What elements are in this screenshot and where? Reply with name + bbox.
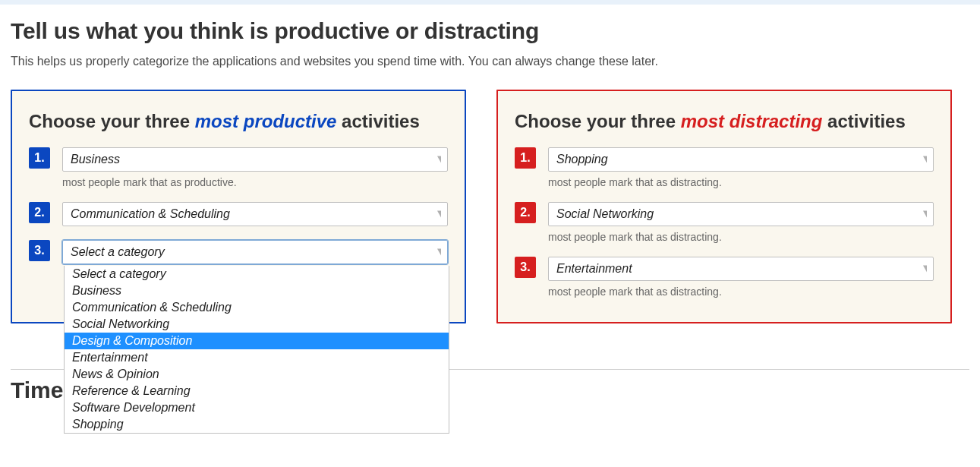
productive-heading-em: most productive [195,111,337,131]
productive-row-2: 2. Communication & Scheduling [29,202,448,226]
dropdown-option[interactable]: Software Development [65,399,449,416]
productive-heading-prefix: Choose your three [29,111,195,131]
panels-container: Choose your three most productive activi… [11,90,969,323]
distracting-select-1[interactable]: Shopping [548,147,934,172]
productive-select-3-value: Select a category [71,245,165,259]
dropdown-option[interactable]: Select a category [65,266,449,282]
page-subtitle: This helps us properly categorize the ap… [11,55,969,68]
distracting-hint-2: most people mark that as distracting. [548,231,934,243]
dropdown-option[interactable]: Design & Composition [65,333,449,349]
distracting-num-1: 1. [515,147,536,169]
distracting-panel: Choose your three most distracting activ… [496,90,952,323]
distracting-select-2-value: Social Networking [556,207,654,221]
productive-heading: Choose your three most productive activi… [29,111,448,132]
distracting-select-2[interactable]: Social Networking [548,202,934,226]
chevron-down-icon [923,266,927,273]
productive-heading-suffix: activities [336,111,419,131]
distracting-row-3: 3. Entertainment most people mark that a… [515,257,934,298]
productive-hint-1: most people mark that as productive. [62,176,448,188]
dropdown-option[interactable]: News & Opinion [65,366,449,383]
category-dropdown[interactable]: Select a categoryBusinessCommunication &… [64,266,449,434]
page-title: Tell us what you think is productive or … [11,18,969,44]
productive-row-1: 1. Business most people mark that as pro… [29,147,448,188]
distracting-row-1: 1. Shopping most people mark that as dis… [515,147,934,188]
productive-row-3: 3. Select a category [29,240,448,264]
distracting-num-3: 3. [515,257,536,278]
productive-select-2-value: Communication & Scheduling [71,207,230,221]
chevron-down-icon [923,156,927,163]
dropdown-option[interactable]: Reference & Learning [65,383,449,399]
productive-select-1[interactable]: Business [62,147,448,172]
distracting-heading-em: most distracting [681,111,823,131]
productive-num-2: 2. [29,202,50,223]
productive-panel: Choose your three most productive activi… [11,90,466,323]
chevron-down-icon [923,211,927,218]
distracting-select-3[interactable]: Entertainment [548,257,934,281]
distracting-select-1-value: Shopping [556,153,608,166]
dropdown-option[interactable]: Shopping [65,416,449,433]
distracting-row-2: 2. Social Networking most people mark th… [515,202,934,243]
top-strip [0,0,980,5]
dropdown-option[interactable]: Communication & Scheduling [65,299,449,316]
distracting-select-3-value: Entertainment [556,262,632,276]
chevron-down-icon [437,156,441,163]
productive-num-3: 3. [29,240,50,261]
distracting-heading-prefix: Choose your three [515,111,681,131]
distracting-num-2: 2. [515,202,536,223]
distracting-hint-3: most people mark that as distracting. [548,286,934,298]
chevron-down-icon [437,211,441,218]
dropdown-option[interactable]: Entertainment [65,349,449,366]
productive-select-3[interactable]: Select a category [62,240,448,264]
distracting-heading: Choose your three most distracting activ… [515,111,934,132]
productive-select-1-value: Business [71,153,120,166]
dropdown-option[interactable]: Business [65,282,449,299]
distracting-hint-1: most people mark that as distracting. [548,176,934,188]
productive-num-1: 1. [29,147,50,169]
chevron-down-icon [437,249,441,256]
distracting-heading-suffix: activities [822,111,905,131]
productive-select-2[interactable]: Communication & Scheduling [62,202,448,226]
dropdown-option[interactable]: Social Networking [65,316,449,333]
